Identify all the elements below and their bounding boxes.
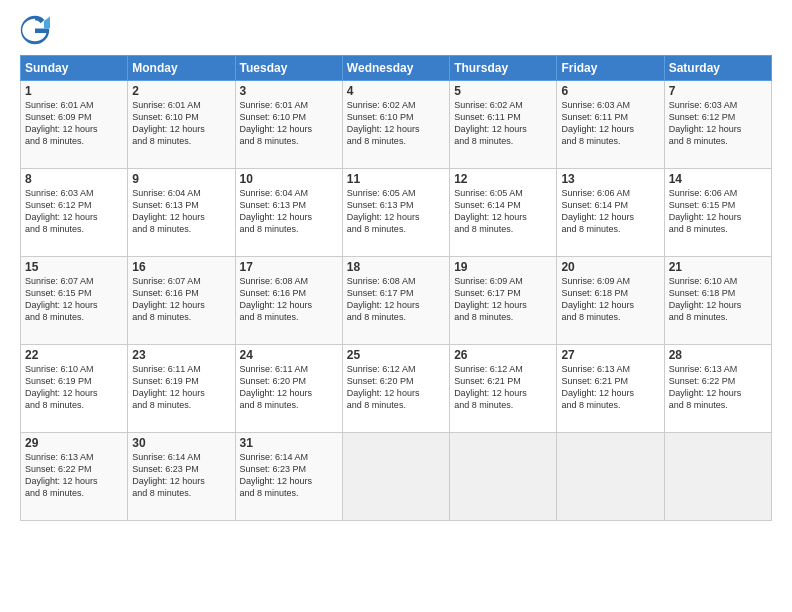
day-number: 14 [669,172,767,186]
day-number: 3 [240,84,338,98]
calendar-day-cell: 30Sunrise: 6:14 AMSunset: 6:23 PMDayligh… [128,433,235,521]
day-info: Sunrise: 6:02 AMSunset: 6:10 PMDaylight:… [347,99,445,148]
calendar-day-cell: 22Sunrise: 6:10 AMSunset: 6:19 PMDayligh… [21,345,128,433]
calendar-header: SundayMondayTuesdayWednesdayThursdayFrid… [21,56,772,81]
calendar-week-row: 1Sunrise: 6:01 AMSunset: 6:09 PMDaylight… [21,81,772,169]
day-number: 12 [454,172,552,186]
calendar-day-cell: 1Sunrise: 6:01 AMSunset: 6:09 PMDaylight… [21,81,128,169]
day-number: 31 [240,436,338,450]
calendar-day-cell: 23Sunrise: 6:11 AMSunset: 6:19 PMDayligh… [128,345,235,433]
calendar-day-cell: 15Sunrise: 6:07 AMSunset: 6:15 PMDayligh… [21,257,128,345]
day-of-week-header: Sunday [21,56,128,81]
calendar-day-cell: 18Sunrise: 6:08 AMSunset: 6:17 PMDayligh… [342,257,449,345]
calendar-day-cell: 12Sunrise: 6:05 AMSunset: 6:14 PMDayligh… [450,169,557,257]
day-info: Sunrise: 6:13 AMSunset: 6:21 PMDaylight:… [561,363,659,412]
calendar-day-cell: 4Sunrise: 6:02 AMSunset: 6:10 PMDaylight… [342,81,449,169]
logo-icon [20,15,50,45]
day-number: 10 [240,172,338,186]
day-info: Sunrise: 6:04 AMSunset: 6:13 PMDaylight:… [240,187,338,236]
day-info: Sunrise: 6:03 AMSunset: 6:12 PMDaylight:… [25,187,123,236]
day-number: 29 [25,436,123,450]
day-number: 22 [25,348,123,362]
day-info: Sunrise: 6:01 AMSunset: 6:10 PMDaylight:… [132,99,230,148]
day-number: 7 [669,84,767,98]
calendar-day-cell: 29Sunrise: 6:13 AMSunset: 6:22 PMDayligh… [21,433,128,521]
calendar-day-cell: 27Sunrise: 6:13 AMSunset: 6:21 PMDayligh… [557,345,664,433]
day-info: Sunrise: 6:12 AMSunset: 6:20 PMDaylight:… [347,363,445,412]
day-number: 17 [240,260,338,274]
day-number: 13 [561,172,659,186]
calendar-week-row: 22Sunrise: 6:10 AMSunset: 6:19 PMDayligh… [21,345,772,433]
day-info: Sunrise: 6:14 AMSunset: 6:23 PMDaylight:… [240,451,338,500]
calendar-day-cell: 16Sunrise: 6:07 AMSunset: 6:16 PMDayligh… [128,257,235,345]
day-number: 24 [240,348,338,362]
day-info: Sunrise: 6:05 AMSunset: 6:13 PMDaylight:… [347,187,445,236]
day-info: Sunrise: 6:01 AMSunset: 6:09 PMDaylight:… [25,99,123,148]
header-row: SundayMondayTuesdayWednesdayThursdayFrid… [21,56,772,81]
calendar-day-cell: 24Sunrise: 6:11 AMSunset: 6:20 PMDayligh… [235,345,342,433]
calendar-day-cell: 28Sunrise: 6:13 AMSunset: 6:22 PMDayligh… [664,345,771,433]
day-number: 9 [132,172,230,186]
logo [20,15,56,45]
day-number: 20 [561,260,659,274]
day-info: Sunrise: 6:05 AMSunset: 6:14 PMDaylight:… [454,187,552,236]
calendar-week-row: 15Sunrise: 6:07 AMSunset: 6:15 PMDayligh… [21,257,772,345]
day-number: 27 [561,348,659,362]
calendar-day-cell: 26Sunrise: 6:12 AMSunset: 6:21 PMDayligh… [450,345,557,433]
day-info: Sunrise: 6:13 AMSunset: 6:22 PMDaylight:… [669,363,767,412]
calendar-day-cell: 3Sunrise: 6:01 AMSunset: 6:10 PMDaylight… [235,81,342,169]
calendar-day-cell: 6Sunrise: 6:03 AMSunset: 6:11 PMDaylight… [557,81,664,169]
day-info: Sunrise: 6:07 AMSunset: 6:15 PMDaylight:… [25,275,123,324]
calendar-day-cell: 7Sunrise: 6:03 AMSunset: 6:12 PMDaylight… [664,81,771,169]
calendar-day-cell: 13Sunrise: 6:06 AMSunset: 6:14 PMDayligh… [557,169,664,257]
calendar-day-cell: 5Sunrise: 6:02 AMSunset: 6:11 PMDaylight… [450,81,557,169]
day-number: 18 [347,260,445,274]
calendar-day-cell: 9Sunrise: 6:04 AMSunset: 6:13 PMDaylight… [128,169,235,257]
day-number: 16 [132,260,230,274]
day-number: 28 [669,348,767,362]
day-info: Sunrise: 6:10 AMSunset: 6:18 PMDaylight:… [669,275,767,324]
calendar-day-cell [664,433,771,521]
day-info: Sunrise: 6:14 AMSunset: 6:23 PMDaylight:… [132,451,230,500]
day-number: 19 [454,260,552,274]
day-info: Sunrise: 6:06 AMSunset: 6:14 PMDaylight:… [561,187,659,236]
day-of-week-header: Wednesday [342,56,449,81]
day-info: Sunrise: 6:09 AMSunset: 6:18 PMDaylight:… [561,275,659,324]
header [20,15,772,45]
day-number: 26 [454,348,552,362]
day-info: Sunrise: 6:08 AMSunset: 6:17 PMDaylight:… [347,275,445,324]
calendar-day-cell: 14Sunrise: 6:06 AMSunset: 6:15 PMDayligh… [664,169,771,257]
calendar-day-cell [450,433,557,521]
day-number: 2 [132,84,230,98]
calendar-day-cell: 25Sunrise: 6:12 AMSunset: 6:20 PMDayligh… [342,345,449,433]
calendar-week-row: 29Sunrise: 6:13 AMSunset: 6:22 PMDayligh… [21,433,772,521]
calendar-day-cell: 17Sunrise: 6:08 AMSunset: 6:16 PMDayligh… [235,257,342,345]
day-info: Sunrise: 6:11 AMSunset: 6:20 PMDaylight:… [240,363,338,412]
day-of-week-header: Saturday [664,56,771,81]
day-of-week-header: Friday [557,56,664,81]
calendar-day-cell [557,433,664,521]
day-number: 6 [561,84,659,98]
calendar-body: 1Sunrise: 6:01 AMSunset: 6:09 PMDaylight… [21,81,772,521]
day-of-week-header: Thursday [450,56,557,81]
day-number: 25 [347,348,445,362]
day-info: Sunrise: 6:10 AMSunset: 6:19 PMDaylight:… [25,363,123,412]
day-of-week-header: Tuesday [235,56,342,81]
calendar-day-cell: 2Sunrise: 6:01 AMSunset: 6:10 PMDaylight… [128,81,235,169]
calendar-table: SundayMondayTuesdayWednesdayThursdayFrid… [20,55,772,521]
day-info: Sunrise: 6:09 AMSunset: 6:17 PMDaylight:… [454,275,552,324]
calendar-day-cell: 20Sunrise: 6:09 AMSunset: 6:18 PMDayligh… [557,257,664,345]
calendar-day-cell: 19Sunrise: 6:09 AMSunset: 6:17 PMDayligh… [450,257,557,345]
day-info: Sunrise: 6:03 AMSunset: 6:11 PMDaylight:… [561,99,659,148]
calendar-day-cell: 8Sunrise: 6:03 AMSunset: 6:12 PMDaylight… [21,169,128,257]
day-number: 30 [132,436,230,450]
day-of-week-header: Monday [128,56,235,81]
day-number: 15 [25,260,123,274]
day-number: 5 [454,84,552,98]
day-info: Sunrise: 6:01 AMSunset: 6:10 PMDaylight:… [240,99,338,148]
day-info: Sunrise: 6:02 AMSunset: 6:11 PMDaylight:… [454,99,552,148]
day-info: Sunrise: 6:08 AMSunset: 6:16 PMDaylight:… [240,275,338,324]
day-info: Sunrise: 6:03 AMSunset: 6:12 PMDaylight:… [669,99,767,148]
day-number: 21 [669,260,767,274]
day-info: Sunrise: 6:11 AMSunset: 6:19 PMDaylight:… [132,363,230,412]
